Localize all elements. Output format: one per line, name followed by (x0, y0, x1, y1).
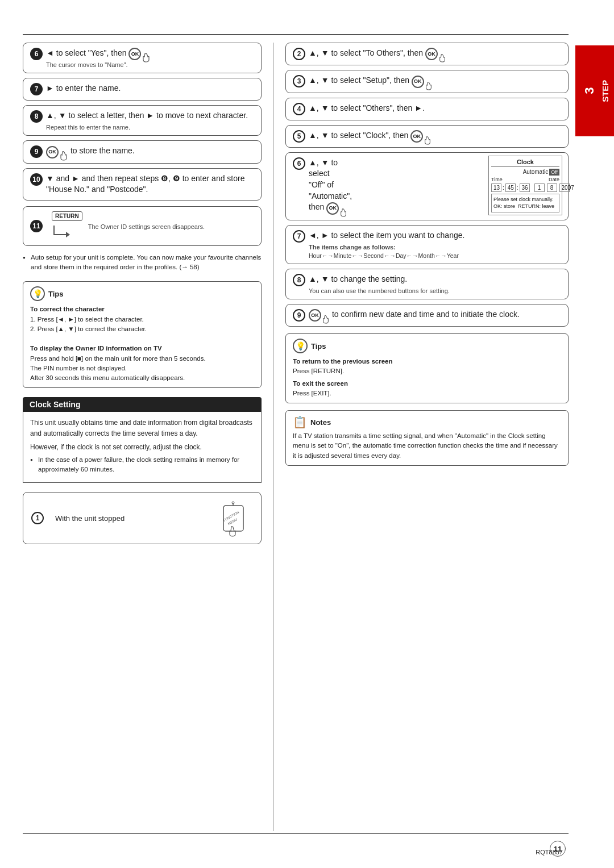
page-container: 3 STEP Quick Start Guide 6 ◄ to select "… (0, 0, 614, 868)
step-8-num: 8 (30, 110, 43, 123)
notes-box: 📋 Notes If a TV station transmits a time… (285, 410, 569, 466)
ok-hand-r5-icon: OK (410, 130, 432, 143)
right-tips-header: 💡 Tips (293, 339, 561, 353)
clock-bullet: In the case of a power failure, the cloc… (30, 455, 254, 475)
step-10-box: 10 ▼ and ► and then repeat steps ❽, ❾ to… (23, 168, 262, 201)
right-tips-title: Tips (311, 342, 326, 350)
sidebar-step-tab: 3 STEP Quick Start Guide (575, 45, 614, 136)
clock-time-row: 13 : 45 : 36 1 8 2007 (491, 183, 559, 192)
unit-stopped-label: With the unit stopped (55, 514, 125, 523)
rstep-5-text: ▲, ▼ to select "Clock", then OK (309, 130, 432, 143)
bottom-rule (23, 833, 569, 834)
clock-sec: 36 (520, 183, 530, 192)
clock-off-label: Off (549, 169, 559, 176)
rstep-4-text: ▲, ▼ to select "Others", then ►. (309, 103, 425, 114)
rstep-6-box: 6 ▲, ▼ toselect"Off" of"Automatic",then … (285, 152, 569, 220)
step-8-box: 8 ▲, ▼ to select a letter, then ► to mov… (23, 105, 262, 136)
step-7-text: ► to enter the name. (46, 83, 121, 94)
hand-r5-icon (424, 136, 432, 145)
hand-r3-icon (425, 81, 433, 90)
hand-r2-icon (438, 53, 446, 62)
notes-title: Notes (310, 418, 331, 427)
step-11-num: 11 (30, 220, 43, 232)
ok-hand-9-icon: OK (46, 146, 68, 158)
clock-heading: Clock Setting (23, 397, 262, 412)
rstep-8-box: 8 ▲, ▼ to change the setting. You can al… (285, 269, 569, 299)
ok-hand-icon: OK (128, 48, 151, 60)
rstep-2-text: ▲, ▼ to select "To Others", then OK (309, 48, 446, 60)
step-6-num: 6 (30, 48, 43, 60)
rstep-7-sequence: Hour←→Minute←→Second←→Day←→Month←→Year (293, 252, 561, 259)
rstep-9-num: 9 (293, 309, 305, 322)
return-sub: The Owner ID settings screen disappears. (88, 223, 205, 230)
step-number: 3 (582, 87, 597, 94)
notes-header: 📋 Notes (293, 415, 561, 429)
notes-icon: 📋 (293, 415, 307, 429)
rstep-5-num: 5 (293, 130, 305, 143)
unit-stopped-icon: FUNCTION MENU (213, 498, 253, 538)
rstep-7-text: ◄, ► to select the item you want to chan… (309, 230, 464, 241)
auto-setup-bullet: Auto setup for your unit is complete. Yo… (23, 253, 262, 273)
rstep-4-box: 4 ▲, ▼ to select "Others", then ►. (285, 98, 569, 120)
ok-hand-r3-icon: OK (412, 76, 433, 88)
rstep-3-num: 3 (293, 75, 305, 87)
notes-body: If a TV station transmits a time setting… (293, 431, 561, 461)
clock-auto-label: Automatic (523, 169, 548, 175)
hand-r6-icon (339, 208, 347, 217)
rstep-7-sub: The items change as follows: (293, 244, 561, 251)
rstep-9-text: OK to confirm new date and time and to i… (309, 309, 520, 322)
rstep-8-text: ▲, ▼ to change the setting. (309, 274, 407, 285)
ok-hand-r2-icon: OK (425, 48, 446, 60)
step-10-text: ▼ and ► and then repeat steps ❽, ❾ to en… (46, 173, 254, 195)
step-10-num: 10 (30, 173, 43, 186)
hand-r9-icon (322, 315, 330, 324)
step-11-return-box: 11 RETURN The Owner ID settings screen d… (23, 206, 262, 246)
right-tips-box: 💡 Tips To return to the previous screen … (285, 333, 569, 403)
svg-marker-0 (66, 232, 70, 237)
clock-day: 1 (534, 183, 545, 192)
clock-auto-row: Automatic Off (491, 169, 559, 176)
rstep-3-box: 3 ▲, ▼ to select "Setup", then OK (285, 70, 569, 93)
tips-icon: 💡 (30, 286, 45, 301)
unit-stopped-stepnum: 1 (31, 512, 44, 524)
clock-body: This unit usually obtains time and date … (23, 412, 262, 483)
step-7-box: 7 ► to enter the name. (23, 78, 262, 101)
clock-year: 2007 (559, 183, 570, 192)
clock-month: 8 (547, 183, 557, 192)
left-tips-header: 💡 Tips (30, 286, 254, 301)
left-tips-title: Tips (48, 290, 64, 298)
rstep-8-sub: You can also use the numbered buttons fo… (293, 287, 561, 294)
ok-hand-r6-icon: OK (326, 202, 347, 215)
clock-hour: 13 (491, 183, 501, 192)
right-column: 2 ▲, ▼ to select "To Others", then OK (273, 43, 569, 831)
top-rule (23, 34, 569, 35)
rstep-3-text: ▲, ▼ to select "Setup", then OK (309, 75, 433, 87)
rstep-7-num: 7 (293, 230, 305, 243)
ok-hand-r9-icon: OK (309, 309, 330, 322)
rstep-2-box: 2 ▲, ▼ to select "To Others", then OK (285, 43, 569, 65)
main-content: 6 ◄ to select "Yes", then OK The cursor … (23, 43, 569, 831)
rstep-8-num: 8 (293, 274, 305, 286)
rstep-5-box: 5 ▲, ▼ to select "Clock", then OK (285, 125, 569, 148)
hand-icon (142, 52, 151, 62)
step-6-text: ◄ to select "Yes", then OK (46, 48, 151, 60)
step-9-box: 9 OK to store the name. (23, 140, 262, 163)
step-text: STEP (600, 80, 611, 102)
step-7-num: 7 (30, 83, 43, 95)
hand-9-icon (59, 151, 68, 161)
clock-title: Clock (491, 158, 559, 167)
clock-instructions: Please set clock manually. OK: store RET… (491, 194, 559, 212)
step-9-text: OK to store the name. (46, 145, 135, 158)
left-column: 6 ◄ to select "Yes", then OK The cursor … (23, 43, 273, 831)
left-tips-content: To correct the character 1. Press [◄, ►]… (30, 304, 254, 383)
rstep-2-num: 2 (293, 48, 305, 60)
unit-stopped-box: 1 With the unit stopped FUNCTION MENU (23, 492, 262, 544)
right-tips-icon: 💡 (293, 339, 308, 353)
step-8-text: ▲, ▼ to select a letter, then ► to move … (46, 110, 248, 122)
rstep-7-box: 7 ◄, ► to select the item you want to ch… (285, 225, 569, 264)
clock-time-label: Time (491, 177, 503, 182)
right-tips-content: To return to the previous screen Press [… (293, 357, 561, 398)
doc-reference: RQT8857 (536, 849, 563, 856)
rstep-4-num: 4 (293, 103, 305, 115)
left-tips-box: 💡 Tips To correct the character 1. Press… (23, 281, 262, 388)
